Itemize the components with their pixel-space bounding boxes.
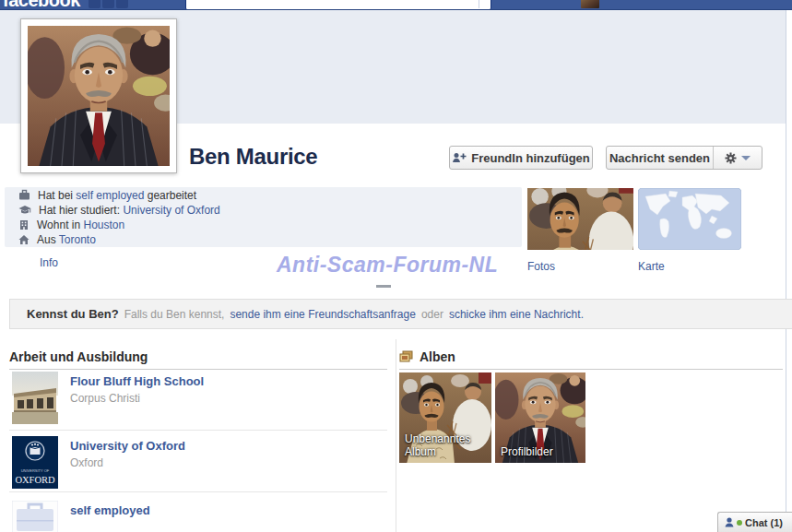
add-friend-button[interactable]: FreundIn hinzufügen <box>449 146 593 170</box>
graduation-cap-icon <box>18 205 31 216</box>
search-input[interactable] <box>190 0 470 8</box>
photos-link[interactable]: Fotos <box>527 260 555 273</box>
album-unnamed-label: Unbenanntes Album <box>405 432 486 458</box>
search-box <box>185 0 491 10</box>
watermark-dash <box>376 285 391 288</box>
work-link[interactable]: self employed <box>76 189 144 202</box>
work-info-text: Hat bei self employed gearbeitet <box>38 189 196 202</box>
oxford-logo-artwork: UNIVERSITY OF OXFORD <box>12 436 58 489</box>
anti-scam-watermark: Anti-Scam-Forum-NL <box>277 253 498 278</box>
albums-title: Alben <box>420 349 455 364</box>
send-message-label: Nachricht senden <box>609 151 710 165</box>
building-icon <box>18 219 30 231</box>
hometown-link[interactable]: Toronto <box>59 233 96 246</box>
know-ben-banner: Kennst du Ben? Falls du Ben kennst, send… <box>9 299 792 329</box>
photos-thumbnail[interactable] <box>527 188 633 250</box>
send-friend-request-link[interactable]: sende ihm eine Freundschaftsanfrage <box>230 308 415 321</box>
album-profile-pictures-label: Profilbilder <box>501 445 553 458</box>
school-building-artwork <box>12 372 58 424</box>
dropdown-caret-icon <box>741 156 751 160</box>
home-icon <box>18 234 30 245</box>
university-name-link[interactable]: University of Oxford <box>70 439 185 453</box>
album-profile-pictures[interactable]: Profilbilder <box>495 372 585 463</box>
actions-dropdown-button[interactable] <box>713 147 762 169</box>
profile-photo-artwork <box>28 26 170 166</box>
banner-text-2: oder <box>421 308 443 321</box>
education-link[interactable]: University of Oxford <box>123 204 219 217</box>
employer-placeholder-thumbnail[interactable] <box>12 501 58 532</box>
facebook-logo[interactable]: facebook <box>3 0 80 10</box>
oxford-logo-thumbnail[interactable]: UNIVERSITY OF OXFORD <box>12 436 58 489</box>
album-unnamed[interactable]: Unbenanntes Album <box>399 372 491 463</box>
send-message-link[interactable]: schicke ihm eine Nachricht. <box>449 308 584 321</box>
facebook-profile-page: facebook Ben Maurice FreundIn hinzufügen… <box>0 0 792 532</box>
notifications-icon[interactable] <box>116 0 128 8</box>
work-info-row: Hat bei self employed gearbeitet <box>18 189 522 202</box>
university-location: Oxford <box>70 456 185 469</box>
chat-label: Chat (1) <box>745 517 783 528</box>
education-entry-flour-bluff: Flour Bluff High School Corpus Christi <box>12 372 204 424</box>
search-icon[interactable] <box>479 0 479 8</box>
school-thumbnail[interactable] <box>12 372 58 424</box>
work-education-header: Arbeit und Ausbildung <box>9 349 387 370</box>
school-name-link[interactable]: Flour Bluff High School <box>70 374 204 388</box>
info-tab-link[interactable]: Info <box>40 256 58 269</box>
add-friend-icon <box>452 152 467 163</box>
briefcase-icon <box>18 189 30 201</box>
current-user-avatar[interactable] <box>581 0 599 8</box>
chat-person-icon <box>725 517 734 527</box>
school-location: Corpus Christi <box>70 392 204 405</box>
albums-icon <box>399 350 413 363</box>
chat-bar[interactable]: Chat (1) <box>717 512 792 532</box>
city-link[interactable]: Houston <box>83 219 124 231</box>
world-map-artwork <box>638 188 741 250</box>
right-column-edge <box>786 10 792 532</box>
city-info-text: Wohnt in Houston <box>37 219 124 231</box>
education-entry-oxford: UNIVERSITY OF OXFORD University of Oxfor… <box>12 436 185 489</box>
hometown-info-text: Aus Toronto <box>37 233 96 246</box>
presence-dot-icon <box>737 520 742 526</box>
city-info-row: Wohnt in Houston <box>18 219 522 231</box>
photos-thumbnail-artwork <box>527 188 633 250</box>
entry-divider <box>9 430 387 431</box>
map-thumbnail[interactable] <box>638 188 741 250</box>
profile-picture[interactable] <box>20 18 177 173</box>
banner-question: Kennst du Ben? <box>27 307 119 321</box>
work-entry-self-employed: self employed <box>12 501 150 532</box>
add-friend-label: FreundIn hinzufügen <box>471 151 590 165</box>
messages-icon[interactable] <box>102 0 114 8</box>
friend-requests-icon[interactable] <box>89 0 100 8</box>
briefcase-placeholder-artwork <box>12 501 58 532</box>
message-button-group: Nachricht senden <box>606 146 762 170</box>
gear-icon <box>725 152 737 164</box>
profile-name: Ben Maurice <box>189 144 317 170</box>
map-link[interactable]: Karte <box>638 260 665 273</box>
employer-name-link[interactable]: self employed <box>70 503 150 517</box>
oxford-logo-line1: UNIVERSITY OF <box>21 468 50 473</box>
education-info-row: Hat hier studiert: University of Oxford <box>18 204 522 217</box>
top-navigation-bar: facebook <box>0 0 792 10</box>
send-message-button[interactable]: Nachricht senden <box>607 147 713 169</box>
banner-text-1: Falls du Ben kennst, <box>124 308 225 321</box>
entry-divider <box>9 491 387 492</box>
column-divider <box>396 339 396 532</box>
about-summary-box: Hat bei self employed gearbeitet Hat hie… <box>5 187 522 247</box>
oxford-logo-line2: OXFORD <box>15 475 55 485</box>
education-info-text: Hat hier studiert: University of Oxford <box>39 204 220 217</box>
albums-header: Alben <box>399 349 783 370</box>
hometown-info-row: Aus Toronto <box>18 233 522 246</box>
